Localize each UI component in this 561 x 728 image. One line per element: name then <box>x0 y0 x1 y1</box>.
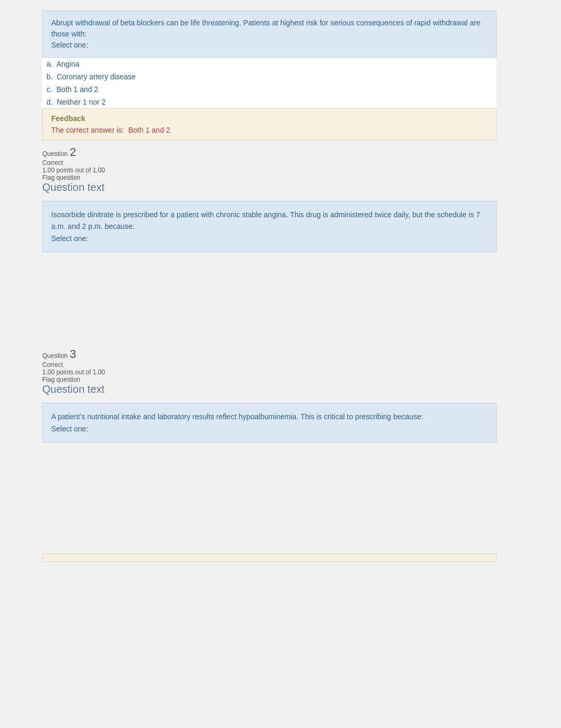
q2-prompt-box: Isosorbide dinitrate is prescribed for a… <box>42 201 497 252</box>
answer-1a[interactable]: a. Angina <box>42 58 497 70</box>
q3-prompt-text: A patient's nutritional intake and labor… <box>51 412 423 421</box>
q3-status: Correct <box>42 361 497 368</box>
q2-status: Correct <box>42 159 497 167</box>
answer-1b[interactable]: b. Coronary artery disease <box>42 70 497 83</box>
answer-1c-label: c. <box>46 85 54 94</box>
bottom-feedback-bar <box>42 554 497 562</box>
correct-answer-value: Both 1 and 2 <box>128 126 170 134</box>
question-1-select-label: Select one: <box>51 41 88 49</box>
answer-1b-text: Coronary artery disease <box>57 72 135 81</box>
page-container: Abrupt withdrawal of beta blockers can b… <box>0 0 561 728</box>
question-1-prompt-box: Abrupt withdrawal of beta blockers can b… <box>42 11 497 58</box>
q3-text-label: Question text <box>42 383 497 395</box>
answer-1a-text: Angina <box>57 60 80 68</box>
q3-select-label: Select one: <box>51 425 88 433</box>
q3-points: 1.00 points out of 1.00 <box>42 368 497 376</box>
q2-meta: Question 2 <box>42 145 497 159</box>
correct-answer-label: The correct answer is: <box>51 126 124 134</box>
q3-number: 3 <box>70 347 76 361</box>
answer-1d-label: d. <box>46 98 55 106</box>
q2-flag[interactable]: Flag question <box>42 174 497 181</box>
question-2-container: Question 2 Correct 1.00 points out of 1.… <box>42 145 497 252</box>
q3-answers-spacer <box>0 458 561 554</box>
feedback-section: Feedback The correct answer is: Both 1 a… <box>42 108 497 140</box>
question-1-prompt-text: Abrupt withdrawal of beta blockers can b… <box>51 19 480 38</box>
q3-flag[interactable]: Flag question <box>42 376 497 383</box>
q2-text-label: Question text <box>42 181 497 193</box>
q2-points: 1.00 points out of 1.00 <box>42 167 497 174</box>
correct-answer-row: The correct answer is: Both 1 and 2 <box>51 126 488 134</box>
q2-select-label: Select one: <box>51 234 88 243</box>
q2-number: 2 <box>70 145 76 159</box>
q3-label: Question <box>42 352 68 360</box>
question-3-container: Question 3 Correct 1.00 points out of 1.… <box>42 347 497 443</box>
feedback-label: Feedback <box>51 114 488 123</box>
q2-prompt-text: Isosorbide dinitrate is prescribed for a… <box>51 210 480 231</box>
q2-answers-spacer <box>0 268 561 342</box>
answer-1c[interactable]: c. Both 1 and 2 <box>42 83 497 96</box>
q2-label: Question <box>42 150 68 158</box>
question-1-answer-list: a. Angina b. Coronary artery disease c. … <box>42 58 497 108</box>
q3-prompt-box: A patient's nutritional intake and labor… <box>42 403 497 443</box>
answer-1c-text: Both 1 and 2 <box>57 85 98 94</box>
answer-1d-text: Neither 1 nor 2 <box>57 98 106 106</box>
answer-1b-label: b. <box>46 72 55 81</box>
question-1-container: Abrupt withdrawal of beta blockers can b… <box>42 11 497 140</box>
answer-1d[interactable]: d. Neither 1 nor 2 <box>42 96 497 108</box>
q3-meta: Question 3 <box>42 347 497 361</box>
answer-1a-label: a. <box>46 60 55 68</box>
